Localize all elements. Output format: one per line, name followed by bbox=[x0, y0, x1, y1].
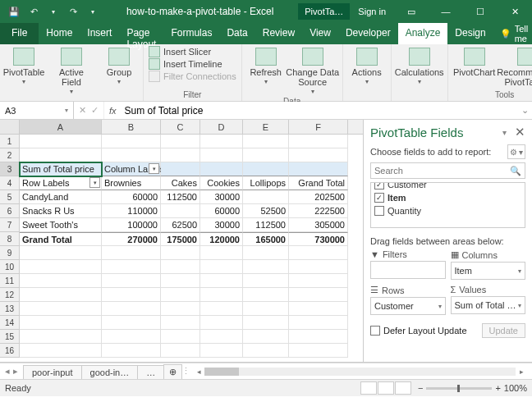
expand-formula-bar-icon[interactable]: ⌄ bbox=[517, 102, 532, 119]
namebox-dropdown-icon[interactable]: ▾ bbox=[65, 107, 68, 114]
cell[interactable] bbox=[20, 302, 102, 316]
actions-button[interactable]: Actions bbox=[348, 46, 386, 86]
cell[interactable] bbox=[161, 148, 200, 162]
area-values-box[interactable]: Sum of Total …▾ bbox=[451, 296, 526, 314]
view-page-break-button[interactable] bbox=[395, 381, 411, 395]
change-data-source-button[interactable]: Change Data Source bbox=[288, 46, 337, 96]
area-columns-box[interactable]: Item▾ bbox=[451, 262, 526, 280]
cell[interactable] bbox=[161, 162, 200, 176]
insert-timeline-button[interactable]: Insert Timeline bbox=[149, 58, 236, 70]
scrollbar-thumb[interactable] bbox=[204, 368, 239, 376]
close-icon[interactable]: ✕ bbox=[498, 0, 532, 23]
cell[interactable] bbox=[20, 246, 102, 260]
col-hdr-c[interactable]: C bbox=[161, 120, 200, 134]
tab-page-layout[interactable]: Page Layout bbox=[119, 23, 163, 44]
row-hdr[interactable]: 8 bbox=[0, 232, 20, 246]
tellme-search[interactable]: 💡Tell me bbox=[493, 23, 532, 44]
sheet-tab-more[interactable]: … bbox=[137, 365, 164, 379]
cell[interactable] bbox=[102, 288, 161, 302]
col-hdr-d[interactable]: D bbox=[200, 120, 243, 134]
filter-dropdown-icon[interactable]: ▾ bbox=[149, 163, 159, 174]
cell[interactable] bbox=[161, 246, 200, 260]
cell[interactable] bbox=[243, 162, 289, 176]
defer-checkbox[interactable]: Defer Layout Update bbox=[370, 326, 467, 336]
cell[interactable] bbox=[243, 246, 289, 260]
formula-input[interactable] bbox=[122, 102, 517, 119]
cell[interactable]: Grand Total bbox=[289, 176, 348, 190]
col-hdr-a[interactable]: A bbox=[20, 120, 102, 134]
cell[interactable] bbox=[243, 344, 289, 358]
cell[interactable]: 30000 bbox=[200, 218, 243, 232]
cell[interactable]: CandyLand bbox=[20, 190, 102, 204]
cell[interactable] bbox=[200, 344, 243, 358]
cell[interactable]: Cookies bbox=[200, 176, 243, 190]
cell[interactable]: 270000 bbox=[102, 232, 161, 246]
zoom-slider[interactable] bbox=[426, 387, 492, 390]
cell[interactable]: Column Labels▾ bbox=[102, 162, 161, 176]
cell[interactable] bbox=[161, 302, 200, 316]
cell[interactable] bbox=[243, 274, 289, 288]
cell[interactable] bbox=[161, 344, 200, 358]
cell[interactable] bbox=[243, 302, 289, 316]
col-hdr-e[interactable]: E bbox=[243, 120, 289, 134]
cell[interactable] bbox=[20, 330, 102, 344]
cell[interactable] bbox=[20, 274, 102, 288]
cell[interactable] bbox=[289, 330, 348, 344]
row-hdr[interactable]: 2 bbox=[0, 148, 20, 162]
cell[interactable]: 120000 bbox=[200, 232, 243, 246]
cell[interactable]: 222500 bbox=[289, 204, 348, 218]
tab-file[interactable]: File bbox=[0, 23, 39, 44]
cell[interactable] bbox=[243, 288, 289, 302]
cell[interactable]: Row Labels▾ bbox=[20, 176, 102, 190]
cell[interactable] bbox=[161, 288, 200, 302]
cell[interactable] bbox=[161, 330, 200, 344]
sheet-tab-2[interactable]: good-in… bbox=[81, 365, 139, 379]
cell[interactable] bbox=[289, 148, 348, 162]
cell[interactable] bbox=[200, 246, 243, 260]
row-hdr[interactable]: 10 bbox=[0, 260, 20, 274]
cell[interactable] bbox=[289, 274, 348, 288]
row-hdr[interactable]: 7 bbox=[0, 218, 20, 232]
zoom-out-button[interactable]: − bbox=[418, 383, 423, 393]
row-hdr[interactable]: 6 bbox=[0, 204, 20, 218]
cell[interactable] bbox=[289, 260, 348, 274]
cell[interactable] bbox=[102, 344, 161, 358]
cell[interactable]: 60000 bbox=[200, 204, 243, 218]
filter-dropdown-icon[interactable]: ▾ bbox=[89, 177, 100, 188]
pivottable-button[interactable]: PivotTable bbox=[5, 46, 43, 86]
row-hdr[interactable]: 4 bbox=[0, 176, 20, 190]
calculations-button[interactable]: Calculations bbox=[397, 46, 443, 86]
name-box[interactable]: A3▾ bbox=[0, 102, 74, 119]
fields-list[interactable]: ✓Customer✓ItemQuantity bbox=[370, 182, 525, 228]
cell[interactable]: 202500 bbox=[289, 190, 348, 204]
save-icon[interactable]: 💾 bbox=[5, 2, 23, 21]
field-row[interactable]: ✓Item bbox=[374, 191, 521, 204]
cell[interactable] bbox=[200, 330, 243, 344]
group-button[interactable]: Group bbox=[100, 46, 138, 86]
row-hdr[interactable]: 11 bbox=[0, 274, 20, 288]
cell[interactable]: 112500 bbox=[161, 190, 200, 204]
cell[interactable]: 112500 bbox=[243, 218, 289, 232]
cell[interactable] bbox=[20, 135, 102, 148]
fx-icon[interactable]: fx bbox=[104, 102, 122, 119]
qat-customize-icon[interactable]: ▾ bbox=[84, 2, 102, 21]
cell[interactable] bbox=[102, 148, 161, 162]
row-hdr[interactable]: 14 bbox=[0, 316, 20, 330]
row-hdr[interactable]: 15 bbox=[0, 330, 20, 344]
cell[interactable]: 305000 bbox=[289, 218, 348, 232]
cell[interactable] bbox=[102, 330, 161, 344]
row-hdr[interactable]: 1 bbox=[0, 135, 20, 148]
cell[interactable] bbox=[200, 135, 243, 148]
cell[interactable] bbox=[289, 316, 348, 330]
row-hdr[interactable]: 5 bbox=[0, 190, 20, 204]
cell[interactable] bbox=[243, 330, 289, 344]
signin-link[interactable]: Sign in bbox=[350, 3, 394, 20]
cell[interactable]: 60000 bbox=[102, 190, 161, 204]
cell[interactable] bbox=[289, 288, 348, 302]
contextual-tab-label[interactable]: PivotTa… bbox=[298, 3, 350, 20]
row-hdr[interactable]: 3 bbox=[0, 162, 20, 176]
cell[interactable] bbox=[289, 344, 348, 358]
cell[interactable] bbox=[289, 302, 348, 316]
cell[interactable] bbox=[200, 162, 243, 176]
redo-icon[interactable]: ↷ bbox=[64, 2, 82, 21]
